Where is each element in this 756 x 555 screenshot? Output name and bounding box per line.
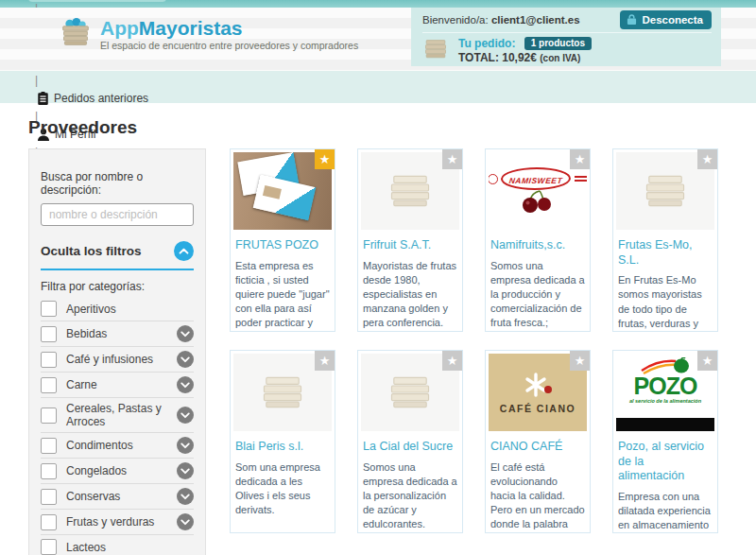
category-checkbox[interactable] bbox=[41, 438, 57, 454]
favorite-star-icon[interactable]: ★ bbox=[442, 351, 462, 371]
category-name: Aperitivos bbox=[66, 303, 194, 316]
provider-card[interactable]: ★ Frifruit S.A.T. Mayoristas de frutas d… bbox=[357, 148, 463, 332]
chevron-down-icon[interactable] bbox=[177, 488, 194, 505]
provider-name-link[interactable]: Frifruit S.A.T. bbox=[363, 238, 457, 253]
cherries-icon bbox=[519, 190, 557, 215]
cafe-ciano-wordmark: CAFÉ CIANO bbox=[500, 403, 576, 414]
category-list: Aperitivos Bebidas Café y infusiones Car… bbox=[41, 297, 194, 555]
favorite-star-icon[interactable]: ★ bbox=[697, 149, 717, 169]
category-name: Frutas y verduras bbox=[66, 515, 177, 529]
clipboard-icon bbox=[38, 92, 48, 105]
pozo-slogan: al servicio de la alimentación bbox=[629, 398, 701, 404]
cart-summary[interactable]: Tu pedido: 1 productos TOTAL: 10,92€ (co… bbox=[422, 36, 712, 64]
search-input[interactable] bbox=[41, 203, 194, 226]
favorite-star-icon[interactable]: ★ bbox=[315, 351, 335, 371]
provider-cards-grid: ★ FRUTAS POZO Esta empresa es ficticia ,… bbox=[230, 148, 718, 533]
nav-item-busca-proveedores[interactable]: Busca proveedores bbox=[28, 0, 166, 2]
cart-label: Tu pedido: bbox=[458, 37, 515, 50]
chevron-down-icon[interactable] bbox=[177, 351, 194, 368]
category-checkbox[interactable] bbox=[41, 463, 57, 479]
provider-name-link[interactable]: Pozo, al servicio de la alimentación bbox=[618, 440, 713, 484]
category-checkbox[interactable] bbox=[41, 489, 57, 505]
provider-card[interactable]: NAMISWEET ★ Namifruits,s.c. Somos una em… bbox=[485, 148, 591, 332]
category-name: Conservas bbox=[66, 490, 177, 503]
category-row: Conservas bbox=[41, 484, 194, 510]
cart-crate-icon bbox=[422, 36, 449, 64]
cart-count-badge: 1 productos bbox=[524, 37, 592, 50]
category-name: Carne bbox=[66, 378, 177, 391]
search-label: Busca por nombre o descripción: bbox=[41, 170, 194, 197]
namisweet-wordmark: NAMISWEET bbox=[509, 176, 564, 185]
chevron-up-icon[interactable] bbox=[174, 241, 194, 261]
provider-card[interactable]: ★ FRUTAS POZO Esta empresa es ficticia ,… bbox=[230, 148, 335, 332]
header: AppMayoristas El espacio de encuentro en… bbox=[0, 8, 756, 71]
pozo-black-bar bbox=[616, 418, 714, 431]
app-title: AppMayoristas bbox=[100, 18, 358, 39]
favorite-star-icon[interactable]: ★ bbox=[570, 351, 590, 371]
provider-name-link[interactable]: Namifruits,s.c. bbox=[490, 238, 585, 253]
provider-name-link[interactable]: Blai Peris s.l. bbox=[235, 440, 330, 455]
category-checkbox[interactable] bbox=[41, 326, 57, 342]
category-row: Frutas y verduras bbox=[41, 510, 194, 535]
provider-description: Somos una empresa dedicada a la producci… bbox=[490, 259, 585, 332]
chevron-down-icon[interactable] bbox=[177, 513, 194, 530]
pozo-wordmark: POZO bbox=[634, 374, 697, 397]
logout-button[interactable]: Desconecta bbox=[620, 10, 712, 29]
category-row: Bebidas bbox=[41, 321, 194, 347]
chevron-down-icon[interactable] bbox=[177, 462, 194, 479]
category-name: Condimentos bbox=[66, 439, 177, 452]
category-row: Carne bbox=[41, 373, 194, 398]
chevron-down-icon[interactable] bbox=[177, 376, 194, 393]
provider-description: En Frutas Es-Mo somos mayoristas de todo… bbox=[618, 273, 713, 332]
category-checkbox[interactable] bbox=[41, 514, 57, 530]
favorite-star-icon[interactable]: ★ bbox=[442, 149, 462, 169]
chevron-down-icon[interactable] bbox=[177, 437, 194, 454]
category-checkbox[interactable] bbox=[41, 301, 57, 317]
category-row: Aperitivos bbox=[41, 297, 194, 321]
provider-card[interactable]: ★ Blai Peris s.l. Som una empresa dedica… bbox=[230, 350, 335, 533]
category-name: Lacteos bbox=[66, 541, 194, 554]
provider-name-link[interactable]: La Cial del Sucre bbox=[363, 440, 457, 455]
provider-card[interactable]: CAFÉ CIANO ★ CIANO CAFÉ El café está evo… bbox=[485, 350, 591, 533]
category-name: Café y infusiones bbox=[66, 353, 177, 366]
nav-separator: | bbox=[35, 74, 38, 87]
filters-divider bbox=[41, 269, 194, 270]
category-checkbox[interactable] bbox=[41, 377, 57, 393]
business-card bbox=[253, 175, 317, 221]
category-checkbox[interactable] bbox=[41, 352, 57, 368]
category-row: Congelados bbox=[41, 459, 194, 484]
provider-description: Empresa con una dilatada experiencia en … bbox=[618, 490, 713, 533]
app-tagline: El espacio de encuentro entre proveedore… bbox=[100, 40, 358, 51]
chevron-down-icon[interactable] bbox=[177, 407, 194, 424]
filters-sidebar: Busca por nombre o descripción: Oculta l… bbox=[28, 148, 206, 555]
provider-description: Som una empresa dedicada a les Olives i … bbox=[235, 460, 330, 518]
provider-description: El café está evolucionando hacia la cali… bbox=[490, 460, 585, 533]
category-checkbox[interactable] bbox=[41, 539, 57, 555]
chevron-down-icon[interactable] bbox=[177, 325, 194, 342]
favorite-star-icon[interactable]: ★ bbox=[570, 149, 590, 169]
crate-fruit-logo-icon bbox=[59, 17, 93, 51]
favorite-star-icon[interactable]: ★ bbox=[315, 149, 335, 169]
cart-total: TOTAL: 10,92€ (con IVA) bbox=[458, 51, 592, 64]
provider-name-link[interactable]: FRUTAS POZO bbox=[235, 238, 330, 253]
hide-filters-label: Oculta los filtros bbox=[41, 244, 142, 258]
provider-name-link[interactable]: Frutas Es-Mo, S.L. bbox=[618, 238, 713, 268]
provider-card[interactable]: ★ Frutas Es-Mo, S.L. En Frutas Es-Mo som… bbox=[612, 148, 718, 332]
provider-card[interactable]: POZOal servicio de la alimentación ★ Poz… bbox=[612, 350, 718, 533]
category-checkbox[interactable] bbox=[41, 408, 57, 424]
category-name: Cereales, Pastas y Arroces bbox=[66, 402, 177, 428]
main-nav: Busca proveedores | Busca productos | Mi… bbox=[0, 71, 756, 103]
category-row: Café y infusiones bbox=[41, 347, 194, 373]
nav-item-pedidos-anteriores[interactable]: Pedidos anteriores bbox=[28, 87, 166, 110]
lock-icon bbox=[627, 13, 637, 26]
provider-name-link[interactable]: CIANO CAFÉ bbox=[490, 440, 585, 455]
hide-filters-toggle[interactable]: Oculta los filtros bbox=[41, 241, 194, 261]
category-name: Bebidas bbox=[66, 327, 177, 340]
category-row: Cereales, Pastas y Arroces bbox=[41, 398, 194, 433]
coffee-flower-icon bbox=[522, 371, 554, 401]
favorite-star-icon[interactable]: ★ bbox=[697, 351, 717, 371]
user-email: client1@client.es bbox=[491, 14, 580, 26]
provider-card[interactable]: ★ La Cial del Sucre Somos una empresa de… bbox=[357, 350, 463, 533]
category-row: Lacteos bbox=[41, 535, 194, 555]
category-row: Condimentos bbox=[41, 433, 194, 459]
